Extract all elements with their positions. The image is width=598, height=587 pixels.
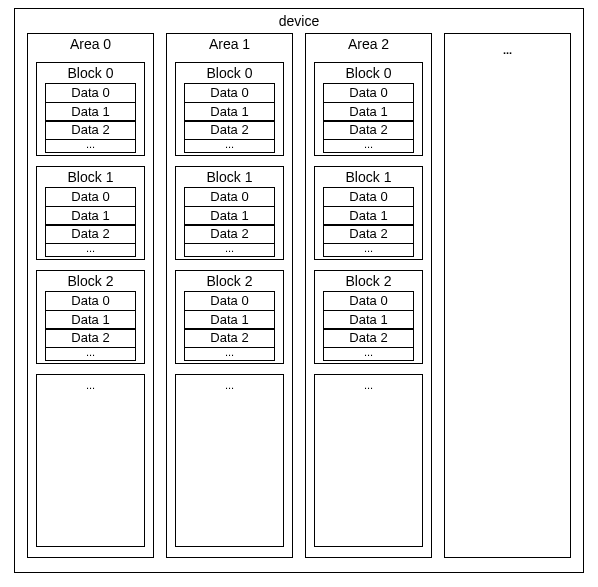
more-cell: ... (323, 139, 414, 153)
data-cell: Data 1 (184, 310, 275, 330)
more-cell: ... (184, 243, 275, 257)
more-block: ... (36, 374, 145, 547)
data-cell: Data 2 (184, 328, 275, 348)
columns: Area 0 Block 0 Data 0 Data 1 Data 2 ... … (27, 33, 571, 558)
data-cell: Data 1 (45, 102, 136, 122)
data-cell: Data 2 (45, 120, 136, 140)
data-cell: Data 2 (323, 328, 414, 348)
data-cell: Data 0 (45, 83, 136, 103)
area-title: Area 2 (314, 36, 423, 52)
device-title: device (27, 13, 571, 29)
more-cell: ... (45, 139, 136, 153)
data-cell: Data 0 (45, 187, 136, 207)
more-cell: ... (323, 243, 414, 257)
data-cell: Data 2 (184, 224, 275, 244)
data-cell: Data 1 (323, 206, 414, 226)
more-cell: ... (184, 139, 275, 153)
data-cell: Data 1 (323, 310, 414, 330)
block-title: Block 1 (45, 169, 136, 185)
block: Block 2 Data 0 Data 1 Data 2 ... (36, 270, 145, 364)
area-title: Area 1 (175, 36, 284, 52)
block-title: Block 1 (323, 169, 414, 185)
block: Block 0 Data 0 Data 1 Data 2 ... (36, 62, 145, 156)
area-title: Area 0 (36, 36, 145, 52)
more-block: ... (314, 374, 423, 547)
more-cell: ... (184, 347, 275, 361)
more-cell: ... (45, 347, 136, 361)
data-cell: Data 1 (184, 102, 275, 122)
block-title: Block 2 (45, 273, 136, 289)
data-cell: Data 1 (323, 102, 414, 122)
block-title: Block 0 (184, 65, 275, 81)
more-block: ... (175, 374, 284, 547)
data-cell: Data 1 (45, 310, 136, 330)
block: Block 1 Data 0 Data 1 Data 2 ... (175, 166, 284, 260)
device-container: device Area 0 Block 0 Data 0 Data 1 Data… (14, 8, 584, 573)
data-cell: Data 0 (323, 83, 414, 103)
data-cell: Data 0 (184, 187, 275, 207)
data-cell: Data 0 (184, 83, 275, 103)
data-cell: Data 2 (184, 120, 275, 140)
block-title: Block 2 (184, 273, 275, 289)
more-area: ... (444, 33, 571, 558)
block: Block 2 Data 0 Data 1 Data 2 ... (314, 270, 423, 364)
block: Block 1 Data 0 Data 1 Data 2 ... (36, 166, 145, 260)
block-title: Block 0 (45, 65, 136, 81)
data-cell: Data 2 (323, 120, 414, 140)
data-cell: Data 2 (45, 328, 136, 348)
block-title: Block 1 (184, 169, 275, 185)
block: Block 0 Data 0 Data 1 Data 2 ... (175, 62, 284, 156)
area-1: Area 1 Block 0 Data 0 Data 1 Data 2 ... … (166, 33, 293, 558)
data-cell: Data 2 (45, 224, 136, 244)
data-cell: Data 0 (184, 291, 275, 311)
block: Block 1 Data 0 Data 1 Data 2 ... (314, 166, 423, 260)
block-title: Block 0 (323, 65, 414, 81)
area-0: Area 0 Block 0 Data 0 Data 1 Data 2 ... … (27, 33, 154, 558)
more-label: ... (453, 44, 562, 56)
data-cell: Data 0 (323, 291, 414, 311)
more-cell: ... (323, 347, 414, 361)
block: Block 0 Data 0 Data 1 Data 2 ... (314, 62, 423, 156)
data-cell: Data 1 (45, 206, 136, 226)
data-cell: Data 2 (323, 224, 414, 244)
data-cell: Data 1 (184, 206, 275, 226)
block-title: Block 2 (323, 273, 414, 289)
data-cell: Data 0 (45, 291, 136, 311)
block: Block 2 Data 0 Data 1 Data 2 ... (175, 270, 284, 364)
data-cell: Data 0 (323, 187, 414, 207)
area-2: Area 2 Block 0 Data 0 Data 1 Data 2 ... … (305, 33, 432, 558)
more-cell: ... (45, 243, 136, 257)
